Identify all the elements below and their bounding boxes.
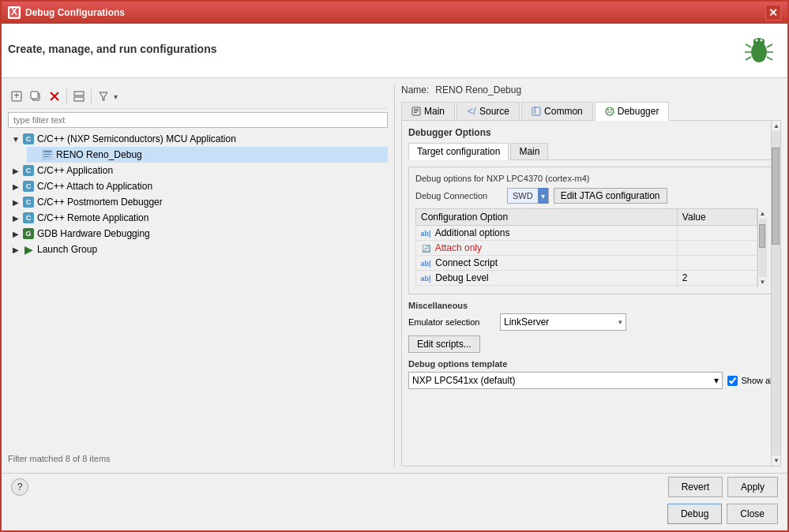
col-header-option: Configuration Option [416, 209, 678, 226]
tab-common-label: Common [544, 106, 583, 117]
table-row[interactable]: ab| Additional options [416, 226, 757, 241]
tab-main-label: Main [424, 106, 445, 117]
cpp-app-label: C/C++ Application [37, 165, 113, 176]
reno-debug-label: RENO Reno_Debug [56, 149, 142, 160]
tree-item-cpp-app[interactable]: ▶ C C/C++ Application [8, 163, 388, 178]
expand-arrow-remote: ▶ [9, 212, 22, 224]
edit-scripts-button[interactable]: Edit scripts... [408, 335, 480, 353]
launch-label: Launch Group [37, 244, 97, 255]
name-row: Name: RENO Reno_Debug [401, 84, 781, 96]
main-scroll-down[interactable]: ▼ [772, 455, 780, 466]
debugger-sub-tabs: Target configuration Main [408, 143, 774, 160]
show-all-row: Show all [727, 376, 774, 386]
template-select[interactable]: NXP LPC541xx (default) ▾ [408, 372, 723, 389]
revert-button[interactable]: Revert [668, 477, 723, 497]
scroll-track [759, 219, 767, 277]
postmortem-icon: C [22, 196, 35, 208]
row-icon-ab2: ab| [421, 259, 430, 268]
debug-connection-label: Debug Connection [415, 191, 502, 200]
help-label: ? [17, 481, 23, 493]
debug-button[interactable]: Debug [667, 504, 722, 524]
table-row[interactable]: 🔄 Attach only [416, 241, 757, 256]
dialog-footer: Debug Close [2, 500, 787, 530]
debug-options-group: Debug options for NXP LPC4370 (cortex-m4… [408, 167, 774, 294]
tree-item-gdb[interactable]: ▶ G GDB Hardware Debugging [8, 226, 388, 242]
emulator-select[interactable]: LinkServer ▾ [500, 313, 626, 331]
name-value: RENO Reno_Debug [435, 84, 521, 96]
template-row: NXP LPC541xx (default) ▾ Show all [408, 372, 774, 389]
table-row[interactable]: ⏏ Disconnect behavior cont [416, 286, 757, 288]
cpp-attach-label: C/C++ Attach to Application [37, 181, 152, 192]
swd-dropdown[interactable]: SWD ▾ [507, 188, 549, 204]
reno-icon [41, 148, 54, 161]
tab-main[interactable]: Main [401, 102, 455, 120]
main-scroll-thumb [772, 148, 780, 245]
filter-button[interactable] [95, 88, 112, 105]
revert-label: Revert [682, 481, 709, 493]
collapse-all-button[interactable] [70, 88, 88, 105]
separator-2 [91, 89, 92, 103]
scroll-up-arrow[interactable]: ▲ [758, 208, 767, 219]
jtag-config-button[interactable]: Edit JTAG configuration [554, 188, 667, 204]
svg-rect-25 [43, 154, 51, 155]
svg-text:i: i [534, 107, 536, 116]
reno-debug-item[interactable]: RENO Reno_Debug [27, 147, 388, 163]
template-value: NXP LPC541xx (default) [412, 375, 516, 386]
debugger-tab-content: Debugger Options Target configuration Ma… [401, 121, 781, 466]
tab-source[interactable]: </> Source [456, 102, 520, 120]
gdb-label: GDB Hardware Debugging [37, 228, 150, 239]
tab-debugger[interactable]: Debugger [595, 102, 670, 121]
tree-item-cpp-postmortem[interactable]: ▶ C C/C++ Postmortem Debugger [8, 194, 388, 210]
swd-value: SWD [508, 191, 538, 200]
show-all-checkbox[interactable] [727, 376, 738, 386]
tree-group-nxp[interactable]: ▼ C C/C++ (NXP Semiconductors) MCU Appli… [8, 131, 388, 147]
row-icon-attach: 🔄 [421, 244, 430, 253]
tab-common[interactable]: i Common [521, 102, 593, 120]
nxp-group-icon: C [22, 133, 35, 145]
table-row[interactable]: ab| Debug Level 2 [416, 271, 757, 286]
apply-button[interactable]: Apply [727, 477, 778, 497]
cpp-app-icon: C [22, 164, 35, 177]
main-scrollbar[interactable]: ▲ ▼ [771, 121, 780, 466]
svg-point-35 [607, 109, 609, 111]
help-button[interactable]: ? [11, 478, 28, 496]
close-button[interactable]: Close [727, 504, 778, 524]
duplicate-button[interactable] [27, 88, 44, 105]
emulator-select-arrow: ▾ [618, 318, 622, 326]
common-tab-icon: i [532, 107, 541, 116]
tree-item-cpp-attach[interactable]: ▶ C C/C++ Attach to Application [8, 178, 388, 194]
delete-button[interactable] [46, 88, 63, 105]
table-row[interactable]: ab| Connect Script [416, 256, 757, 271]
emulator-value: LinkServer [504, 317, 549, 328]
gdb-icon: G [22, 227, 35, 240]
expand-arrow-cpp-attach: ▶ [9, 180, 22, 193]
window-title: Debug Configurations [25, 7, 125, 18]
col-header-value: Value [677, 209, 757, 226]
svg-point-7 [761, 39, 763, 42]
row-icon-ab3: ab| [421, 274, 430, 283]
debug-connection-row: Debug Connection SWD ▾ Edit JTAG configu… [415, 188, 767, 204]
sub-tab-main-label: Main [519, 146, 539, 157]
new-config-button[interactable]: + [8, 88, 25, 105]
main-scroll-up[interactable]: ▲ [772, 121, 780, 131]
svg-rect-21 [74, 97, 84, 101]
tree-item-cpp-remote[interactable]: ▶ C C/C++ Remote Application [8, 210, 388, 226]
scroll-down-arrow[interactable]: ▼ [758, 277, 767, 287]
jtag-btn-label: Edit JTAG configuration [561, 190, 660, 201]
svg-point-6 [756, 39, 758, 42]
tree-item-launch[interactable]: ▶ ▶ Launch Group [8, 242, 388, 257]
filter-input[interactable] [8, 112, 388, 128]
config-table-container: Configuration Option Value ab| Additiona… [415, 208, 767, 287]
edit-scripts-label: Edit scripts... [417, 339, 472, 350]
template-select-arrow: ▾ [714, 375, 719, 386]
svg-point-36 [611, 109, 612, 111]
sub-tab-target[interactable]: Target configuration [408, 143, 509, 160]
swd-arrow-button[interactable]: ▾ [538, 188, 548, 204]
config-table: Configuration Option Value ab| Additiona… [415, 208, 757, 287]
sub-tab-main[interactable]: Main [510, 143, 548, 159]
filter-dropdown-arrow[interactable]: ▾ [114, 92, 118, 101]
tab-source-label: Source [479, 106, 509, 117]
close-window-button[interactable]: ✕ [765, 5, 781, 21]
cpp-attach-icon: C [22, 180, 35, 193]
table-scrollbar[interactable]: ▲ ▼ [757, 208, 767, 287]
